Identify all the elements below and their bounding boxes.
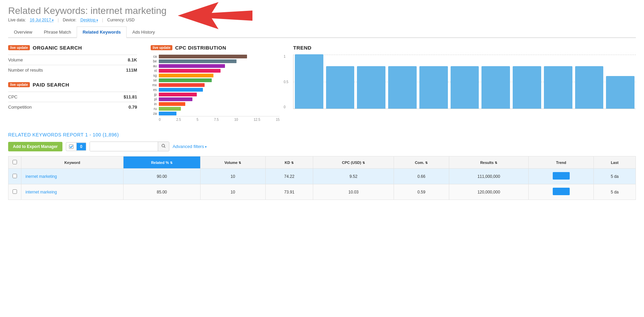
export-button[interactable]: Add to Export Manager: [8, 142, 62, 151]
cpc-bar-row: in: [151, 102, 280, 106]
cpc-bar: [159, 74, 213, 77]
row-trend: [529, 169, 594, 184]
cpc-bar-label: in: [151, 102, 157, 106]
results-sort-icon: ⇅: [495, 161, 497, 165]
cpc-live-badge: live update: [151, 45, 172, 50]
report-title-text: RELATED KEYWORDS REPORT: [8, 132, 84, 137]
trend-bar: [606, 76, 634, 109]
cpc-bar-row: jp: [151, 93, 280, 96]
cpc-bar: [159, 107, 181, 111]
cpc-bar-row: za: [151, 112, 280, 115]
kd-sort-icon: ⇅: [291, 161, 294, 165]
organic-results-value: 111M: [126, 68, 137, 73]
trend-mini-chart: [553, 172, 570, 180]
organic-volume-label: Volume: [8, 57, 23, 62]
cpc-bar-label: ru: [151, 107, 157, 111]
page-title: Related Keywords: internet marketing: [8, 5, 636, 16]
row-kd: 73.91: [265, 184, 313, 200]
row-checkbox[interactable]: [13, 174, 17, 178]
header-checkbox[interactable]: [13, 160, 17, 164]
tab-overview[interactable]: Overview: [8, 26, 38, 38]
row-cpc: 9.52: [313, 169, 394, 184]
svg-line-3: [164, 147, 165, 148]
cpc-bar-row: ca: [151, 55, 280, 58]
row-checkbox[interactable]: [13, 189, 17, 194]
cpc-axis-label: 15: [276, 118, 280, 122]
row-last: 5 da: [594, 184, 636, 200]
row-keyword: internet markeing: [21, 184, 124, 200]
toolbar: Add to Export Manager 0 Advanced filters: [8, 142, 636, 151]
report-range: 1 - 100 (1,896): [85, 132, 119, 137]
tab-related-keywords[interactable]: Related Keywords: [77, 26, 127, 38]
advanced-filters-button[interactable]: Advanced filters: [173, 144, 207, 149]
trend-y-0: 0: [284, 105, 288, 109]
cpc-bar-row: pl: [151, 97, 280, 101]
cpc-bar-label: pl: [151, 97, 157, 101]
date-dropdown[interactable]: 16 Jul 2017: [30, 18, 54, 22]
cpc-sort-icon: ⇅: [362, 161, 365, 165]
cpc-bar-label: se: [151, 78, 157, 82]
cpc-bar: [159, 93, 197, 96]
trend-mini-chart: [553, 188, 570, 195]
volume-sort-icon: ⇅: [239, 161, 241, 165]
tab-phrase-match[interactable]: Phrase Match: [38, 26, 77, 38]
cpc-axis-label: 10: [234, 118, 238, 122]
keyword-link[interactable]: inernet marketing: [25, 174, 57, 179]
device-dropdown[interactable]: Desktop: [80, 18, 98, 22]
th-kd-label: KD: [285, 161, 290, 165]
row-trend: [529, 184, 594, 200]
cpc-bar-label: es: [151, 88, 157, 92]
cpc-bar-label: jp: [151, 93, 157, 96]
cpc-bar-row: es: [151, 88, 280, 92]
cpc-axis-label: 0: [159, 118, 161, 122]
cpc-bar: [159, 102, 185, 106]
keyword-link[interactable]: internet markeing: [25, 190, 57, 194]
cpc-bar: [159, 88, 203, 92]
keyword-label: internet marketing: [91, 5, 167, 16]
cpc-axis-label: 2.5: [176, 118, 181, 122]
cpc-axis-label: 12.5: [254, 118, 260, 122]
th-last: Last: [594, 156, 636, 169]
th-keyword: Keyword: [21, 156, 124, 169]
cpc-axis-label: 7.5: [214, 118, 219, 122]
th-volume[interactable]: Volume ⇅: [200, 156, 265, 169]
cpc-bar-row: se: [151, 78, 280, 82]
th-com[interactable]: Com. ⇅: [394, 156, 449, 169]
th-checkbox: [8, 156, 21, 169]
th-volume-label: Volume: [224, 161, 238, 165]
th-kd[interactable]: KD ⇅: [265, 156, 313, 169]
row-com: 0.66: [394, 169, 449, 184]
trend-bar: [451, 66, 479, 109]
paid-competition-label: Competition: [8, 105, 32, 110]
keyword-search-input[interactable]: [90, 142, 158, 151]
cpc-bar-label: mx: [151, 83, 157, 87]
table-row: internet markeing 85.00 10 73.91 10.03 0…: [8, 184, 636, 200]
th-related[interactable]: Related % ⇅: [124, 156, 201, 169]
th-related-label: Related %: [151, 161, 169, 165]
keywords-table: Keyword Related % ⇅ Volume ⇅ KD ⇅ CP: [8, 156, 636, 200]
select-all-checkbox[interactable]: [66, 143, 77, 151]
trend-bar: [513, 66, 541, 109]
th-cpc-label: CPC (USD): [342, 161, 361, 165]
search-button[interactable]: [158, 142, 169, 151]
th-cpc[interactable]: CPC (USD) ⇅: [313, 156, 394, 169]
row-kd: 74.22: [265, 169, 313, 184]
cpc-distribution-title: CPC DISTRIBUTION: [175, 45, 226, 51]
selected-count: 0: [77, 143, 86, 150]
cpc-bar: [159, 64, 225, 68]
report-title: RELATED KEYWORDS REPORT 1 - 100 (1,896): [8, 132, 636, 137]
paid-cpc-label: CPC: [8, 94, 17, 99]
tab-ads-history[interactable]: Ads History: [127, 26, 160, 38]
trend-bar: [575, 66, 604, 109]
com-sort-icon: ⇅: [425, 161, 428, 165]
row-results: 120,000,000: [449, 184, 529, 200]
row-last: 5 da: [594, 169, 636, 184]
organic-results-label: Number of results: [8, 68, 43, 73]
cpc-bar: [159, 78, 212, 82]
trend-title: TREND: [293, 45, 311, 51]
paid-competition-value: 0.79: [129, 105, 137, 110]
trend-bar: [481, 66, 510, 109]
cpc-bar: [159, 69, 221, 73]
device-label: Device:: [63, 18, 76, 22]
th-results[interactable]: Results ⇅: [449, 156, 529, 169]
